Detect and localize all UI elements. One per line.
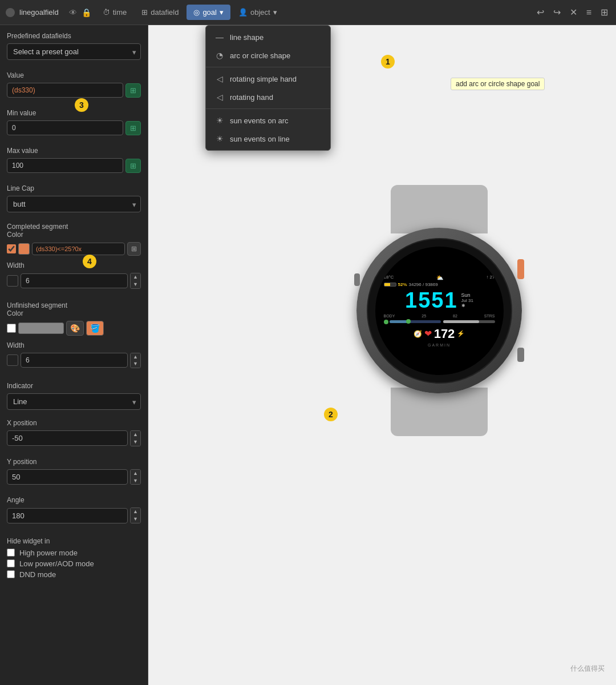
- max-label: Max value: [7, 147, 141, 155]
- xpos-input[interactable]: [7, 430, 128, 446]
- completed-width-input[interactable]: [21, 273, 128, 288]
- menu-rotating-hand[interactable]: ◁ rotating hand: [206, 88, 330, 106]
- header-bar: linegoalfield 👁 🔒 ⏱ time ⊞ datafield ◎ g…: [0, 0, 616, 25]
- min-icon-btn[interactable]: ⊞: [125, 121, 141, 135]
- unfinished-width-up[interactable]: ▲: [131, 353, 140, 361]
- unfinished-color-swatch[interactable]: [18, 323, 64, 334]
- menu-sun-line-label: sun events on line: [230, 135, 290, 143]
- unfinished-checkbox[interactable]: [7, 324, 16, 333]
- menu-arc-circle[interactable]: ◔ arc or circle shape: [206, 46, 330, 65]
- linecap-select[interactable]: butt: [7, 196, 141, 212]
- menu-rotating-simple-label: rotating simple hand: [230, 75, 297, 83]
- left-btn: [354, 273, 360, 286]
- preset-select[interactable]: Select a preset goal: [7, 43, 141, 60]
- completed-width-down[interactable]: ▼: [131, 281, 140, 288]
- xpos-spinner[interactable]: ▲ ▼: [130, 430, 141, 446]
- max-input[interactable]: [7, 158, 123, 173]
- watch-hr-row: 🧭 ❤ 172 ⚡: [384, 327, 495, 341]
- nav-icon: 🧭: [414, 330, 422, 338]
- angle-spinner[interactable]: ▲ ▼: [130, 507, 141, 523]
- value-input[interactable]: [7, 83, 123, 98]
- watch-date-col: Sun Jul 31 ✱: [461, 292, 473, 308]
- preset-select-wrapper: Select a preset goal ▾: [7, 43, 141, 60]
- value-icon-btn[interactable]: ⊞: [125, 83, 141, 98]
- menu-sun-arc[interactable]: ☀ sun events on arc: [206, 111, 330, 130]
- dnd-checkbox[interactable]: [7, 570, 15, 578]
- dnd-item: DND mode: [7, 570, 141, 579]
- indicator-label: Indicator: [7, 382, 141, 390]
- min-input[interactable]: [7, 120, 123, 135]
- completed-width-up[interactable]: ▲: [131, 273, 140, 281]
- ypos-input[interactable]: [7, 469, 128, 485]
- time-icon: ⏱: [103, 8, 110, 17]
- lock-icon[interactable]: 🔒: [82, 8, 91, 17]
- unfinished-width-down[interactable]: ▼: [131, 360, 140, 368]
- completed-color-icon-btn[interactable]: ⊞: [127, 242, 141, 256]
- watch-progress-row: [384, 320, 495, 324]
- garmin-logo: GARMIN: [428, 343, 451, 347]
- high-power-item: High power mode: [7, 549, 141, 557]
- completed-color-swatch[interactable]: [18, 243, 30, 255]
- tab-goal[interactable]: ◎ goal ▾: [187, 5, 230, 20]
- max-icon-btn[interactable]: ⊞: [125, 159, 141, 173]
- unfinished-fill-btn[interactable]: 🪣: [86, 321, 104, 336]
- angle-label: Angle: [7, 496, 141, 504]
- high-power-label: High power mode: [19, 549, 78, 557]
- watch-arrow: ↑ 27: [486, 275, 495, 281]
- watermark: 什么值得买: [570, 664, 605, 674]
- angle-input[interactable]: [7, 508, 128, 523]
- ypos-up[interactable]: ▲: [131, 470, 140, 477]
- sidebar: Predefined datafields Select a preset go…: [0, 25, 148, 685]
- xpos-row: ▲ ▼: [7, 430, 141, 446]
- angle-row: ▲ ▼: [7, 507, 141, 523]
- undo-button[interactable]: ↩: [534, 5, 546, 20]
- ypos-down[interactable]: ▼: [131, 477, 140, 485]
- angle-up[interactable]: ▲: [131, 508, 140, 515]
- indicator-wrapper: Line ▾: [7, 393, 141, 410]
- high-power-checkbox[interactable]: [7, 549, 15, 557]
- completed-color-expr[interactable]: [32, 243, 125, 255]
- sun-line-icon: ☀: [215, 134, 224, 143]
- goal-icon: ◎: [193, 8, 200, 17]
- menu-sun-line[interactable]: ☀ sun events on line: [206, 130, 330, 148]
- indicator-select[interactable]: Line: [7, 393, 141, 410]
- angle-down[interactable]: ▼: [131, 515, 140, 523]
- ypos-spinner[interactable]: ▲ ▼: [130, 469, 141, 485]
- completed-checkbox[interactable]: [7, 244, 16, 253]
- strap-bottom: [391, 388, 488, 436]
- battery-pct: 52%: [398, 282, 407, 287]
- completed-width-spinner[interactable]: ▲ ▼: [130, 273, 141, 289]
- unfinished-width-spinner[interactable]: ▲ ▼: [130, 353, 141, 369]
- nav-tabs: ⏱ time ⊞ datafield ◎ goal ▾ 👤 object ▾: [96, 5, 530, 20]
- badge-1: 1: [381, 55, 395, 68]
- unfinished-palette-btn[interactable]: 🎨: [66, 321, 84, 336]
- watch-battery-row: 52% 34296 / 93869: [384, 282, 495, 287]
- tab-time[interactable]: ⏱ time: [96, 5, 134, 20]
- menu-rotating-simple[interactable]: ◁ rotating simple hand: [206, 70, 330, 88]
- low-power-item: Low power/AOD mode: [7, 559, 141, 568]
- progress-bar-right: [443, 320, 495, 323]
- object-arrow-icon: ▾: [273, 8, 277, 17]
- redo-button[interactable]: ↪: [551, 5, 563, 20]
- watch-container: 18°C ⛅ ↑ 27 52% 3: [354, 185, 525, 436]
- unfinished-width-input[interactable]: [21, 353, 128, 368]
- menu-line-shape[interactable]: — line shape: [206, 28, 330, 46]
- xpos-up[interactable]: ▲: [131, 431, 140, 438]
- close-button[interactable]: ✕: [568, 5, 579, 20]
- eye-icon[interactable]: 👁: [69, 8, 77, 17]
- unfinished-width-label: Width: [7, 341, 141, 349]
- unfinished-label: Unfinished segment Color: [7, 301, 141, 317]
- xpos-down[interactable]: ▼: [131, 438, 140, 446]
- progress-bar-right-fill: [443, 320, 479, 323]
- tab-datafield[interactable]: ⊞ datafield: [135, 5, 185, 20]
- settings-button[interactable]: ⊞: [598, 5, 610, 20]
- max-row: ⊞: [7, 158, 141, 173]
- linecap-label: Line Cap: [7, 184, 141, 192]
- watch-steps: 34296 / 93869: [409, 282, 438, 287]
- watch-screen: 18°C ⛅ ↑ 27 52% 3: [375, 247, 504, 375]
- tab-object[interactable]: 👤 object ▾: [232, 5, 284, 20]
- hide-widget-label: Hide widget in: [7, 537, 141, 545]
- low-power-checkbox[interactable]: [7, 559, 15, 567]
- watch-date: Jul 31: [461, 298, 473, 303]
- menu-button[interactable]: ≡: [584, 5, 594, 20]
